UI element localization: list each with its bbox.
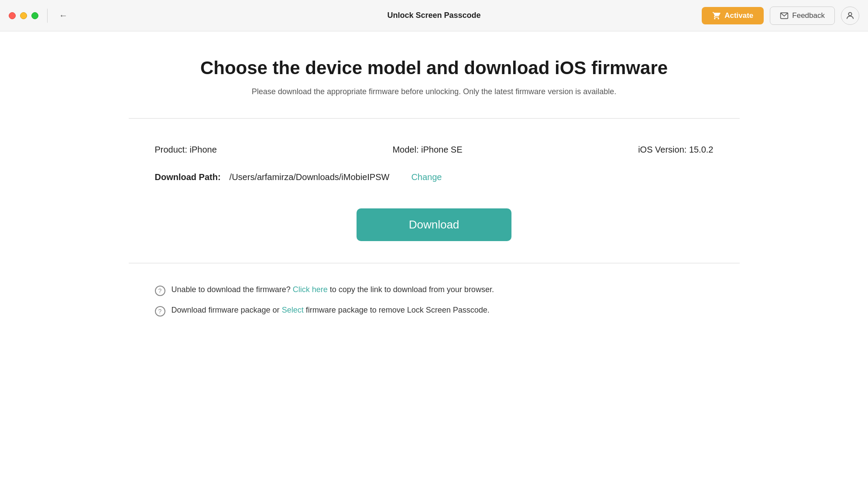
title-bar-actions: Activate Feedback	[702, 7, 859, 25]
main-content: Choose the device model and download iOS…	[0, 31, 868, 504]
bottom-divider	[129, 263, 740, 263]
download-path-value: /Users/arfamirza/Downloads/iMobieIPSW	[230, 172, 390, 182]
click-here-link[interactable]: Click here	[293, 285, 328, 294]
page-heading: Choose the device model and download iOS…	[200, 58, 668, 78]
back-button[interactable]: ←	[56, 9, 70, 23]
cart-icon	[712, 11, 721, 20]
help-icon-1: ?	[155, 286, 165, 296]
page-subtitle: Please download the appropriate firmware…	[252, 87, 616, 96]
model-info: Model: iPhone SE	[392, 145, 462, 155]
nav-divider	[47, 9, 48, 23]
close-button[interactable]	[9, 12, 16, 19]
feedback-label: Feedback	[792, 11, 825, 20]
maximize-button[interactable]	[31, 12, 38, 19]
help-icon-2: ?	[155, 306, 165, 317]
mail-icon	[780, 11, 789, 20]
help-prefix-1: Unable to download the firmware?	[172, 285, 293, 294]
minimize-button[interactable]	[20, 12, 27, 19]
download-path-label: Download Path:	[155, 172, 221, 182]
person-icon	[845, 11, 855, 20]
svg-point-1	[848, 12, 851, 15]
back-arrow-icon: ←	[59, 10, 68, 20]
app-window: ← Unlock Screen Passcode Activate Feedba…	[0, 0, 868, 504]
help-section: ? Unable to download the firmware? Click…	[129, 285, 740, 317]
top-divider	[129, 118, 740, 119]
help-item-2: ? Download firmware package or Select fi…	[155, 306, 714, 317]
product-info: Product: iPhone	[155, 145, 217, 155]
activate-button[interactable]: Activate	[702, 7, 764, 24]
select-link[interactable]: Select	[282, 306, 304, 314]
account-button[interactable]	[841, 7, 859, 25]
ios-version-info: iOS Version: 15.0.2	[638, 145, 713, 155]
help-text-1: Unable to download the firmware? Click h…	[172, 285, 494, 294]
device-info-section: Product: iPhone Model: iPhone SE iOS Ver…	[129, 145, 740, 182]
traffic-lights	[9, 12, 38, 19]
help-suffix-2: firmware package to remove Lock Screen P…	[306, 306, 490, 314]
change-link[interactable]: Change	[411, 172, 442, 182]
download-button[interactable]: Download	[357, 208, 512, 241]
title-bar: ← Unlock Screen Passcode Activate Feedba…	[0, 0, 868, 31]
help-text-2: Download firmware package or Select firm…	[172, 306, 490, 315]
download-path-row: Download Path: /Users/arfamirza/Download…	[129, 172, 740, 182]
help-suffix-1: to copy the link to download from your b…	[330, 285, 494, 294]
help-item-1: ? Unable to download the firmware? Click…	[155, 285, 714, 296]
activate-label: Activate	[724, 11, 753, 20]
window-title: Unlock Screen Passcode	[387, 11, 480, 20]
feedback-button[interactable]: Feedback	[770, 7, 835, 25]
device-details-row: Product: iPhone Model: iPhone SE iOS Ver…	[129, 145, 740, 155]
help-prefix-2: Download firmware package or	[172, 306, 282, 314]
